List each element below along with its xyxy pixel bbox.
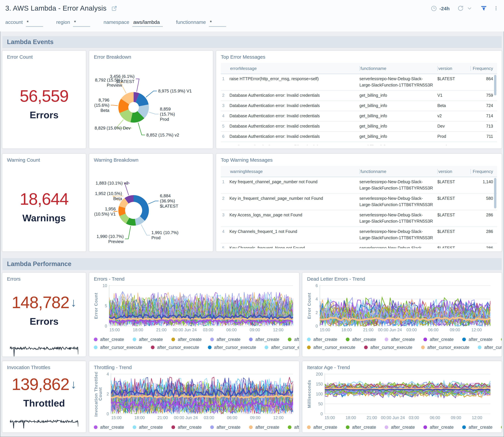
errors-trend-chart[interactable]: 0510Error Count15:0018:0021:0000:00 Jun … xyxy=(94,284,294,333)
legend-item[interactable]: after_create xyxy=(346,337,376,342)
panel-title: Dead Letter Errors - Trend xyxy=(307,276,497,282)
legend-item[interactable]: after_cursor_execute xyxy=(94,345,142,350)
svg-text:00:00 Jun 24: 00:00 Jun 24 xyxy=(173,328,197,332)
legend-item[interactable]: after_create xyxy=(249,425,279,430)
dead-letter-errors-trend-chart[interactable]: 0246Error Count15:0018:0021:0000:00 Jun … xyxy=(307,284,492,333)
legend-item[interactable]: after_cursor_execute xyxy=(421,345,469,350)
legend-item[interactable]: after_create xyxy=(501,337,502,342)
warning-breakdown-donut-chart[interactable]: 6,884(36.9%)$LATEST1,991 (10.7%)Prod1,99… xyxy=(94,165,208,248)
panel-title: Errors - Trend xyxy=(94,276,294,282)
table-scrollbar-thumb[interactable] xyxy=(494,178,496,209)
legend-color-dot xyxy=(478,346,482,349)
filter-icon[interactable] xyxy=(481,5,487,12)
legend-item[interactable]: after_create xyxy=(133,337,163,342)
legend-item[interactable]: after_cursor_execute xyxy=(265,345,299,350)
top-error-messages-table: errorMessagefunctionnameversionFrequency… xyxy=(221,63,497,145)
table-row[interactable]: 2Database Authentication error: Invalid … xyxy=(221,91,497,101)
time-range-label[interactable]: -24h xyxy=(439,5,450,11)
legend-color-dot xyxy=(208,346,211,349)
kebab-menu-icon[interactable] xyxy=(494,5,499,11)
legend-color-dot xyxy=(501,338,502,341)
legend-label: after_create xyxy=(139,337,163,342)
table-row[interactable]: 4Database Authentication error: Invalid … xyxy=(221,111,497,122)
table-row[interactable]: 5Key Channels_frequent_None not Foundser… xyxy=(221,244,497,248)
svg-text:06:00: 06:00 xyxy=(428,328,439,332)
region-input[interactable]: * xyxy=(73,19,90,27)
column-header[interactable]: version xyxy=(437,169,471,174)
svg-text:4: 4 xyxy=(316,297,318,301)
table-row[interactable]: 3Key Access_logs_max_page not Foundserve… xyxy=(221,210,497,227)
legend-item[interactable]: after_create xyxy=(385,425,415,430)
table-row[interactable]: 5Database Authentication error: Invalid … xyxy=(221,122,497,132)
legend-item[interactable]: after_create xyxy=(462,425,492,430)
functionname-input[interactable]: * xyxy=(209,19,226,27)
legend-item[interactable]: after_create xyxy=(171,337,202,342)
legend-item[interactable]: after_create xyxy=(501,425,502,430)
table-row[interactable]: 2Key in_frequent_channel_page_number not… xyxy=(221,194,497,210)
legend-item[interactable]: after_cursor_execute xyxy=(364,345,412,350)
svg-text:03:00: 03:00 xyxy=(204,415,214,420)
column-header[interactable]: warningMessage xyxy=(229,169,360,174)
legend-item[interactable]: after_create xyxy=(385,337,415,342)
panel-title: Errors xyxy=(7,276,81,282)
column-header[interactable]: version xyxy=(437,66,471,71)
panel-title: Iterator Age - Trend xyxy=(307,364,497,370)
table-row[interactable]: 1Key frequent_channel_page_number not Fo… xyxy=(221,177,497,194)
legend-item[interactable]: after_cursor_execute xyxy=(208,345,256,350)
legend-label: after_cursor_execute xyxy=(271,345,299,350)
legend-item[interactable]: after_cursor_execute xyxy=(307,345,355,350)
account-input[interactable]: * xyxy=(26,19,43,27)
legend-item[interactable]: after_create xyxy=(94,425,124,430)
legend-item[interactable]: after_create xyxy=(171,425,202,430)
legend-color-dot xyxy=(210,338,214,341)
table-row[interactable]: 3Database Authentication error: Invalid … xyxy=(221,101,497,111)
legend-item[interactable]: after_create xyxy=(94,337,124,342)
legend-item[interactable]: after_create xyxy=(346,425,376,430)
legend-item[interactable]: after_create xyxy=(307,425,337,430)
table-row[interactable]: 7Database Authentication error: Invalid … xyxy=(221,142,497,145)
legend-item[interactable]: after_create xyxy=(249,337,279,342)
column-header[interactable]: Frequency xyxy=(471,66,497,71)
column-header[interactable]: errorMessage xyxy=(229,66,360,71)
legend-color-dot xyxy=(94,346,97,349)
legend-item[interactable]: after_create xyxy=(423,425,453,430)
svg-text:12:00: 12:00 xyxy=(273,415,284,420)
legend-color-dot xyxy=(462,425,466,429)
namespace-input[interactable]: aws/lambda xyxy=(132,19,163,27)
table-scrollbar-thumb[interactable] xyxy=(494,75,496,95)
column-header[interactable]: Frequency xyxy=(471,169,497,174)
refresh-icon[interactable] xyxy=(457,5,464,12)
legend-item[interactable]: after_create xyxy=(462,337,492,342)
column-header[interactable]: functionname xyxy=(360,169,437,174)
svg-text:15:00: 15:00 xyxy=(320,328,330,332)
table-row[interactable]: 1raise HTTPError(http_error_msg, respons… xyxy=(221,74,497,91)
trend-down-arrow-icon: ↓ xyxy=(71,377,77,391)
legend-item[interactable]: after_create xyxy=(307,337,337,342)
column-header[interactable]: functionname xyxy=(360,66,437,71)
legend-item[interactable]: after_create xyxy=(133,425,163,430)
svg-text:21:00: 21:00 xyxy=(157,415,168,420)
iterator-age-trend-chart[interactable]: 050100150200Milliseconds15:0018:0021:000… xyxy=(307,372,492,421)
legend-item[interactable]: after_create xyxy=(288,337,299,342)
legend-label: after_create xyxy=(430,337,453,342)
svg-text:03:00: 03:00 xyxy=(409,415,419,420)
table-row[interactable]: 4Key Channels_frequent_1 not Foundserver… xyxy=(221,227,497,244)
throttles-sparkline[interactable] xyxy=(10,416,78,429)
chevron-down-icon[interactable] xyxy=(467,6,472,11)
legend-color-dot xyxy=(462,338,466,341)
errors-sparkline[interactable] xyxy=(10,342,78,357)
legend-item[interactable]: after_create xyxy=(423,337,453,342)
legend-item[interactable]: after_cursor_execute xyxy=(151,345,199,350)
error-breakdown-donut-chart[interactable]: 3,456 (6.1%)$LATEST8,975 (15.9%) V18,859… xyxy=(94,62,208,144)
clock-icon[interactable] xyxy=(431,5,437,11)
filter-namespace: namespace aws/lambda xyxy=(104,19,163,27)
legend-item[interactable]: after_create xyxy=(288,425,299,430)
share-icon[interactable] xyxy=(111,5,117,11)
legend-item[interactable]: after_create xyxy=(210,337,240,342)
legend-item[interactable]: after_create xyxy=(210,425,240,430)
table-row[interactable]: 6Database Authentication error: Invalid … xyxy=(221,132,497,142)
filter-functionname: functionname * xyxy=(176,19,226,27)
legend-item[interactable]: after_cursor_execute xyxy=(478,345,502,350)
throttling-trend-chart[interactable]: 024Invocation ThrottledCount15:0018:0021… xyxy=(94,372,294,421)
legend-label: after_cursor_execute xyxy=(157,345,199,350)
